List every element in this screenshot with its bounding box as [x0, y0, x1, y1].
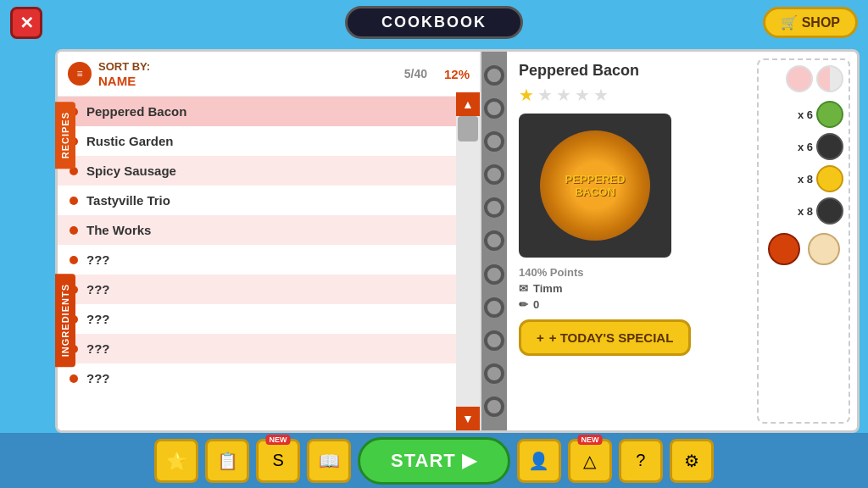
sticker-icon: S — [272, 451, 283, 470]
order-count: 0 — [533, 298, 539, 311]
recipe-item[interactable]: Tastyville Trio — [58, 186, 480, 215]
recipe-name: Spicy Sausage — [86, 164, 176, 178]
stars-row: ★★★★★ — [519, 85, 738, 105]
scroll-bar: ▲ ▼ — [456, 92, 480, 430]
star-empty: ★ — [537, 85, 553, 105]
customer-button[interactable]: 👤 — [517, 439, 561, 483]
star-empty: ★ — [593, 85, 609, 105]
spiral-ring — [484, 297, 504, 318]
spiral-binding — [481, 52, 507, 430]
ingredient-row: x 6 — [764, 133, 843, 160]
today-special-button[interactable]: + + TODAY'S SPECIAL — [519, 319, 691, 356]
scroll-track — [456, 116, 480, 407]
bottom-bar: ⭐ 📋 NEW S 📖 START ▶ 👤 NEW △ ? ⚙ — [0, 433, 868, 488]
ingredient-count: x 6 — [798, 141, 813, 153]
customer-row: ✉ Timm — [519, 282, 738, 295]
ingredient-count: x 8 — [798, 173, 813, 186]
ingredient-count: x 8 — [798, 205, 813, 218]
recipe-item[interactable]: Rustic Garden — [58, 126, 480, 156]
customer-name: Timm — [533, 282, 562, 295]
recipe-name: ??? — [86, 252, 110, 267]
new-badge-rank: NEW — [577, 435, 602, 445]
spiral-ring — [484, 396, 504, 417]
cookbook-button[interactable]: 📖 — [307, 439, 351, 483]
star-empty: ★ — [556, 85, 571, 105]
recipe-bullet — [70, 374, 78, 383]
recipe-name: ??? — [86, 341, 110, 356]
recipe-name: ??? — [86, 282, 110, 297]
ingredient-circle — [816, 197, 843, 225]
recipe-name: Tastyville Trio — [86, 193, 170, 208]
scroll-up-button[interactable]: ▲ — [456, 92, 480, 116]
ingredients-tab[interactable]: INGREDIENTS — [55, 274, 75, 367]
recipe-item[interactable]: ??? — [58, 334, 480, 363]
star-empty: ★ — [575, 85, 590, 105]
recipe-item[interactable]: ??? — [58, 245, 480, 274]
recipe-item[interactable]: ??? — [58, 274, 480, 304]
scroll-thumb — [458, 116, 478, 141]
help-icon: ? — [636, 451, 645, 470]
spiral-ring — [484, 230, 504, 251]
recipe-item[interactable]: ??? — [58, 363, 480, 393]
rank-icon: △ — [583, 451, 596, 471]
pencil-icon: ✏ — [519, 298, 528, 311]
ingredient-bottom-row — [764, 233, 843, 265]
scroll-down-button[interactable]: ▼ — [456, 407, 480, 430]
settings-button[interactable]: ⚙ — [670, 439, 714, 483]
ingredient-circle — [816, 65, 843, 92]
ingredient-circle — [816, 133, 843, 160]
spiral-ring — [484, 164, 504, 185]
recipe-items-list: Peppered Bacon Rustic Garden Spicy Sausa… — [58, 97, 480, 433]
start-label: START ▶ — [391, 450, 477, 472]
cookbook-panel: ≡ SORT BY: NAME 5/40 12% Peppered Bacon … — [55, 49, 860, 433]
order-row: ✏ 0 — [519, 298, 738, 311]
sort-by-label: SORT BY: NAME — [98, 58, 150, 89]
ingredients-panel: x 6x 6x 8x 8 — [757, 58, 850, 424]
sticker-button[interactable]: NEW S — [256, 439, 300, 483]
new-badge-sticker: NEW — [266, 435, 291, 445]
pizza-preview: PEPPERED BACON — [519, 114, 671, 258]
shop-button[interactable]: 🛒 SHOP — [763, 7, 858, 38]
ingredient-circle — [786, 65, 813, 92]
recipe-item[interactable]: The Works — [58, 215, 480, 245]
recipes-tab[interactable]: RECIPES — [55, 102, 75, 169]
recipe-item[interactable]: Peppered Bacon — [58, 97, 480, 126]
recipe-name: ??? — [86, 371, 110, 385]
recipe-item[interactable]: ??? — [58, 304, 480, 334]
ingredient-circle — [816, 165, 843, 192]
star-icon: ⭐ — [166, 451, 187, 471]
points-row: 140% Points — [519, 266, 738, 279]
plus-icon: + — [537, 330, 544, 345]
favorites-button[interactable]: ⭐ — [154, 439, 198, 483]
spiral-ring — [484, 131, 504, 152]
recipe-detail-panel: Peppered Bacon ★★★★★ PEPPERED BACON 140%… — [507, 52, 750, 430]
ingredient-dough-row — [764, 65, 843, 92]
recipe-name: Peppered Bacon — [86, 104, 186, 119]
customer-icon: 👤 — [528, 451, 549, 471]
today-special-label: + TODAY'S SPECIAL — [549, 330, 674, 345]
pizza-label-2: BACON — [565, 186, 626, 198]
spiral-ring — [484, 65, 504, 86]
top-bar: ✕ COOKBOOK 🛒 SHOP — [0, 0, 868, 44]
ingredient-row: x 6 — [764, 101, 843, 128]
ingredient-circle — [768, 233, 800, 265]
close-button[interactable]: ✕ — [10, 7, 42, 39]
help-button[interactable]: ? — [619, 439, 663, 483]
recipe-item[interactable]: Spicy Sausage — [58, 156, 480, 186]
recipe-detail-title: Peppered Bacon — [519, 62, 738, 80]
list-header: ≡ SORT BY: NAME 5/40 12% — [58, 52, 480, 97]
rank-button[interactable]: NEW △ — [568, 439, 612, 483]
spiral-ring — [484, 363, 504, 384]
recipe-count: 5/40 — [404, 67, 427, 80]
sort-icon[interactable]: ≡ — [68, 62, 92, 86]
recipe-name: ??? — [86, 312, 110, 326]
side-tabs: RECIPES INGREDIENTS — [55, 102, 75, 367]
orders-button[interactable]: 📋 — [205, 439, 249, 483]
book-icon: 📖 — [319, 451, 340, 471]
envelope-icon: ✉ — [519, 282, 528, 295]
recipe-name: Rustic Garden — [86, 134, 174, 148]
ingredients-tab-label: INGREDIENTS — [60, 284, 70, 357]
ingredient-row: x 8 — [764, 165, 843, 192]
clipboard-icon: 📋 — [217, 451, 238, 471]
start-button[interactable]: START ▶ — [358, 437, 510, 485]
